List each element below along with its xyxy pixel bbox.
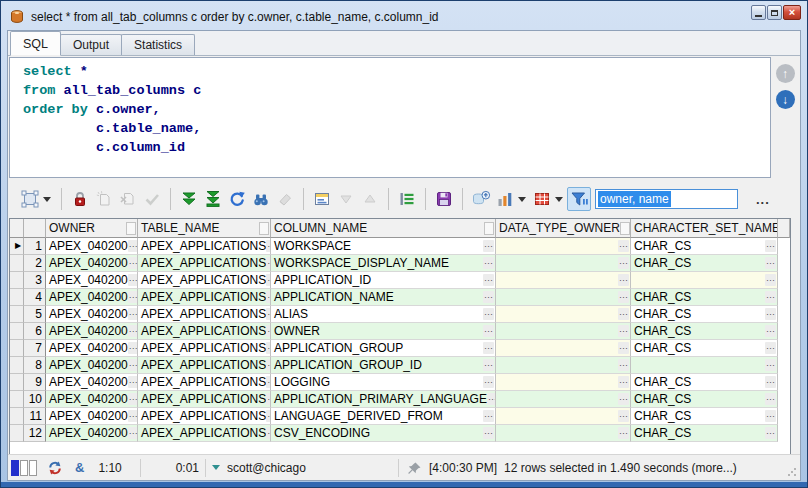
fetch-all-rows-button[interactable] — [201, 187, 225, 211]
cell-column_name[interactable]: WORKSPACE_DISPLAY_NAME··· — [271, 255, 496, 272]
auto-refresh-icon[interactable] — [47, 460, 63, 476]
cell-ellipsis-button[interactable]: ··· — [618, 257, 629, 269]
cell-ellipsis-button[interactable]: ··· — [765, 393, 776, 405]
panel-indicator[interactable] — [29, 460, 37, 476]
cell-owner[interactable]: APEX_040200··· — [46, 374, 138, 391]
cell-ellipsis-button[interactable]: ··· — [618, 410, 629, 422]
cell-ellipsis-button[interactable]: ··· — [618, 342, 629, 354]
cell-character_set_name[interactable]: CHAR_CS··· — [631, 323, 778, 340]
table-row[interactable]: 4APEX_040200···APEX_APPLICATIONS···APPLI… — [10, 289, 790, 306]
single-record-view-button[interactable] — [310, 187, 334, 211]
sql-editor[interactable]: select *from all_tab_columns corder by c… — [9, 57, 771, 178]
cell-ellipsis-button[interactable]: ··· — [483, 410, 494, 422]
copy-to-database-button[interactable] — [469, 187, 493, 211]
minimize-button[interactable] — [751, 5, 766, 20]
edit-lock-button[interactable] — [68, 187, 92, 211]
cell-ellipsis-button[interactable]: ··· — [618, 376, 629, 388]
cell-owner[interactable]: APEX_040200··· — [46, 408, 138, 425]
filter-input[interactable]: owner, name — [595, 189, 738, 209]
cell-table_name[interactable]: APEX_APPLICATIONS··· — [138, 408, 271, 425]
cell-character_set_name[interactable]: CHAR_CS··· — [631, 391, 778, 408]
row-indicator[interactable]: ▶ — [10, 238, 24, 255]
cell-ellipsis-button[interactable]: ··· — [618, 240, 629, 252]
find-button[interactable] — [249, 187, 273, 211]
cell-ellipsis-button[interactable]: ··· — [765, 342, 776, 354]
row-number[interactable]: 3 — [24, 272, 46, 289]
cell-ellipsis-button[interactable]: ··· — [128, 342, 138, 354]
table-row[interactable]: 12APEX_040200···APEX_APPLICATIONS···CSV_… — [10, 425, 790, 442]
cell-character_set_name[interactable]: CHAR_CS··· — [631, 408, 778, 425]
cell-table_name[interactable]: APEX_APPLICATIONS··· — [138, 357, 271, 374]
row-indicator[interactable] — [10, 425, 24, 442]
cell-ellipsis-button[interactable]: ··· — [128, 240, 138, 252]
substitution-variables-icon[interactable]: & — [75, 460, 84, 475]
cell-data_type_owner[interactable]: ··· — [496, 306, 631, 323]
cell-ellipsis-button[interactable]: ··· — [618, 393, 629, 405]
column-header-owner[interactable]: OWNER — [46, 219, 138, 238]
cell-column_name[interactable]: APPLICATION_NAME··· — [271, 289, 496, 306]
cell-column_name[interactable]: APPLICATION_GROUP··· — [271, 340, 496, 357]
cell-data_type_owner[interactable]: ··· — [496, 340, 631, 357]
row-indicator[interactable] — [10, 323, 24, 340]
row-indicator[interactable] — [10, 391, 24, 408]
cell-data_type_owner[interactable]: ··· — [496, 272, 631, 289]
cell-ellipsis-button[interactable]: ··· — [765, 240, 776, 252]
table-row[interactable]: 2APEX_040200···APEX_APPLICATIONS···WORKS… — [10, 255, 790, 272]
cell-ellipsis-button[interactable]: ··· — [765, 274, 776, 286]
cell-ellipsis-button[interactable]: ··· — [128, 393, 138, 405]
cell-ellipsis-button[interactable]: ··· — [483, 257, 494, 269]
previous-record-button[interactable] — [358, 187, 382, 211]
table-row[interactable]: 11APEX_040200···APEX_APPLICATIONS···LANG… — [10, 408, 790, 425]
cell-table_name[interactable]: APEX_APPLICATIONS··· — [138, 391, 271, 408]
row-indicator[interactable] — [10, 374, 24, 391]
export-dropdown-icon[interactable] — [555, 197, 563, 202]
cell-owner[interactable]: APEX_040200··· — [46, 323, 138, 340]
cell-column_name[interactable]: WORKSPACE··· — [271, 238, 496, 255]
cell-ellipsis-button[interactable]: ··· — [128, 427, 138, 439]
row-number[interactable]: 5 — [24, 306, 46, 323]
tab-sql[interactable]: SQL — [10, 31, 61, 56]
cell-owner[interactable]: APEX_040200··· — [46, 272, 138, 289]
row-indicator[interactable] — [10, 289, 24, 306]
cell-column_name[interactable]: CSV_ENCODING··· — [271, 425, 496, 442]
export-grid-button[interactable] — [530, 187, 554, 211]
cell-ellipsis-button[interactable]: ··· — [128, 257, 138, 269]
cell-ellipsis-button[interactable]: ··· — [128, 325, 138, 337]
cell-ellipsis-button[interactable]: ··· — [765, 291, 776, 303]
connection-dropdown-icon[interactable] — [212, 465, 220, 470]
cell-character_set_name[interactable]: CHAR_CS··· — [631, 255, 778, 272]
cell-owner[interactable]: APEX_040200··· — [46, 289, 138, 306]
table-row[interactable]: 10APEX_040200···APEX_APPLICATIONS···APPL… — [10, 391, 790, 408]
cell-character_set_name[interactable]: CHAR_CS··· — [631, 238, 778, 255]
cell-ellipsis-button[interactable]: ··· — [765, 308, 776, 320]
cell-table_name[interactable]: APEX_APPLICATIONS··· — [138, 272, 271, 289]
save-results-button[interactable] — [432, 187, 456, 211]
chart-button[interactable] — [493, 187, 517, 211]
cell-data_type_owner[interactable]: ··· — [496, 357, 631, 374]
maximize-button[interactable] — [767, 5, 782, 20]
row-number[interactable]: 2 — [24, 255, 46, 272]
panel-indicator-active[interactable] — [11, 460, 19, 476]
delete-record-button[interactable] — [116, 187, 140, 211]
row-number[interactable]: 7 — [24, 340, 46, 357]
resize-grip[interactable] — [787, 467, 797, 477]
cell-table_name[interactable]: APEX_APPLICATIONS··· — [138, 306, 271, 323]
cell-table_name[interactable]: APEX_APPLICATIONS··· — [138, 323, 271, 340]
row-number[interactable]: 11 — [24, 408, 46, 425]
cell-ellipsis-button[interactable]: ··· — [483, 376, 494, 388]
cell-owner[interactable]: APEX_040200··· — [46, 238, 138, 255]
cell-column_name[interactable]: OWNER··· — [271, 323, 496, 340]
next-record-button[interactable] — [334, 187, 358, 211]
cell-ellipsis-button[interactable]: ··· — [128, 308, 138, 320]
fetch-next-page-button[interactable] — [177, 187, 201, 211]
cell-ellipsis-button[interactable]: ··· — [483, 359, 494, 371]
cell-owner[interactable]: APEX_040200··· — [46, 340, 138, 357]
cell-ellipsis-button[interactable]: ··· — [483, 274, 494, 286]
grid-mode-dropdown-icon[interactable] — [43, 197, 51, 202]
table-row[interactable]: 6APEX_040200···APEX_APPLICATIONS···OWNER… — [10, 323, 790, 340]
cell-ellipsis-button[interactable]: ··· — [483, 291, 494, 303]
close-button[interactable]: × — [783, 5, 801, 20]
panel-indicator[interactable] — [20, 460, 28, 476]
cell-ellipsis-button[interactable]: ··· — [765, 376, 776, 388]
scroll-up-button[interactable]: ↑ — [776, 64, 795, 83]
